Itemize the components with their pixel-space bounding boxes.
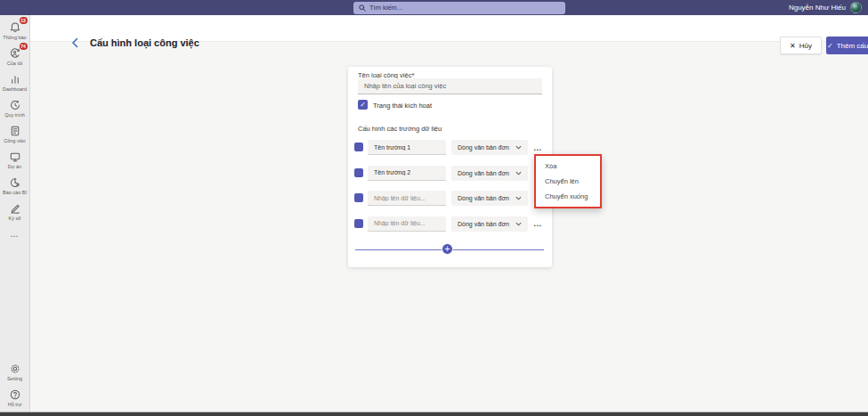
- search-input[interactable]: [369, 4, 560, 12]
- field-row: Dòng văn bản đơn ...: [348, 140, 552, 155]
- row-more-button[interactable]: ...: [531, 140, 545, 155]
- field-row-checkbox[interactable]: [354, 143, 363, 151]
- sidebar-item-label: Của tôi: [7, 61, 22, 66]
- menu-item-delete[interactable]: Xóa: [536, 159, 600, 174]
- process-icon: [9, 99, 21, 111]
- back-button[interactable]: [70, 37, 81, 48]
- chevron-down-icon: [515, 222, 522, 226]
- field-type-value: Dòng văn bản đơn: [458, 221, 509, 227]
- my-work-badge: 74: [20, 43, 28, 50]
- menu-item-move-down[interactable]: Chuyển xuống: [536, 189, 600, 204]
- chevron-down-icon: [515, 145, 522, 150]
- field-name-input[interactable]: [368, 166, 446, 181]
- sidebar-item-label: Quy trình: [4, 112, 25, 118]
- sidebar-item-signature[interactable]: Ký số: [0, 201, 29, 221]
- sidebar-item-label: Báo cáo BI: [3, 190, 27, 195]
- menu-item-move-up[interactable]: Chuyển lên: [536, 174, 600, 189]
- sidebar-item-projects[interactable]: Dự án: [0, 150, 29, 169]
- chevron-down-icon: [515, 196, 522, 200]
- sidebar-item-label: Dashboard: [3, 86, 27, 92]
- top-bar: Nguyễn Như Hiếu: [0, 0, 868, 15]
- page-title: Cấu hình loại công việc: [90, 37, 199, 48]
- sidebar-item-label: Ký số: [9, 216, 21, 221]
- cancel-button-label: Hủy: [799, 42, 812, 50]
- field-row-checkbox[interactable]: [354, 168, 363, 177]
- fields-section-label: Cấu hình các trường dữ liệu: [358, 125, 442, 133]
- avatar[interactable]: [850, 2, 862, 13]
- field-type-value: Dòng văn bản đơn: [458, 195, 509, 201]
- field-type-dropdown[interactable]: Dòng văn bản đơn: [451, 166, 528, 181]
- user-name: Nguyễn Như Hiếu: [789, 4, 846, 12]
- sidebar-item-dashboard[interactable]: Dashboard: [0, 72, 29, 92]
- sidebar-item-notifications[interactable]: 13 Thông báo: [0, 20, 29, 40]
- projects-icon: [9, 151, 21, 163]
- field-row: Dòng văn bản đơn ...: [348, 166, 552, 181]
- signature-icon: [9, 202, 21, 215]
- field-row: Dòng văn bản đơn ...: [348, 191, 552, 206]
- add-config-button-label: Thêm cấu hình: [837, 42, 868, 50]
- job-type-name-input[interactable]: [358, 78, 542, 94]
- row-more-button[interactable]: ...: [531, 216, 545, 232]
- field-row-checkbox[interactable]: [354, 219, 363, 228]
- active-status-label: Trạng thái kích hoạt: [373, 102, 432, 110]
- add-config-button[interactable]: ✓ Thêm cấu hình: [826, 37, 868, 54]
- app-window: Nguyễn Như Hiếu 13 Thông báo: [0, 0, 868, 416]
- sidebar-item-bi-report[interactable]: Báo cáo BI: [0, 175, 29, 195]
- sidebar-item-my-work[interactable]: 74 Của tôi: [0, 46, 29, 66]
- sidebar-item-label: Thông báo: [3, 35, 26, 40]
- field-type-value: Dòng văn bản đơn: [458, 144, 509, 151]
- add-field-button[interactable]: +: [442, 243, 453, 255]
- search-icon: [359, 4, 366, 12]
- field-name-input[interactable]: [368, 191, 446, 206]
- field-type-dropdown[interactable]: Dòng văn bản đơn: [451, 140, 528, 155]
- field-name-input[interactable]: [368, 216, 446, 232]
- sidebar-item-label: Setting: [7, 376, 22, 381]
- sidebar-item-label: Dự án: [8, 164, 21, 169]
- sidebar-item-tasks[interactable]: Công việc: [0, 124, 29, 143]
- check-icon: ✓: [827, 42, 833, 50]
- bi-report-icon: [9, 176, 21, 189]
- row-context-menu: Xóa Chuyển lên Chuyển xuống: [534, 154, 602, 208]
- help-icon: [9, 388, 21, 401]
- tasks-icon: [9, 125, 21, 137]
- field-type-value: Dòng văn bản đơn: [458, 170, 509, 176]
- field-row: Dòng văn bản đơn ...: [348, 216, 552, 232]
- sidebar-item-setting[interactable]: Setting: [0, 362, 29, 381]
- sidebar-item-process[interactable]: Quy trình: [0, 98, 29, 118]
- close-icon: ✕: [790, 42, 796, 50]
- window-bottom-edge: [0, 412, 868, 416]
- bell-icon: [9, 21, 21, 34]
- sidebar-item-label: Công việc: [4, 138, 25, 143]
- gear-icon: [9, 363, 21, 375]
- chevron-down-icon: [515, 171, 522, 175]
- sidebar-item-more[interactable]: ⋯: [0, 232, 29, 241]
- page-header: Cấu hình loại công việc ✕ Hủy ✓ Thêm cấu…: [30, 15, 868, 42]
- my-work-icon: [9, 47, 21, 60]
- field-row-checkbox[interactable]: [354, 193, 363, 202]
- more-icon: ⋯: [11, 232, 20, 241]
- config-form-card: Tên loại công việc* ✓ Trạng thái kích ho…: [348, 67, 552, 267]
- sidebar-item-label: Hỗ trợ: [8, 402, 22, 407]
- active-status-checkbox[interactable]: ✓: [358, 100, 368, 110]
- notifications-badge: 13: [20, 17, 28, 24]
- sidebar: 13 Thông báo 74 Của tôi: [0, 15, 30, 412]
- field-type-dropdown[interactable]: Dòng văn bản đơn: [451, 216, 528, 232]
- search-box[interactable]: [353, 2, 565, 14]
- user-area[interactable]: Nguyễn Như Hiếu: [789, 0, 862, 15]
- field-type-dropdown[interactable]: Dòng văn bản đơn: [451, 191, 528, 206]
- sidebar-item-help[interactable]: Hỗ trợ: [0, 387, 29, 407]
- dashboard-icon: [9, 73, 21, 86]
- field-name-input[interactable]: [368, 140, 446, 155]
- cancel-button[interactable]: ✕ Hủy: [780, 37, 822, 54]
